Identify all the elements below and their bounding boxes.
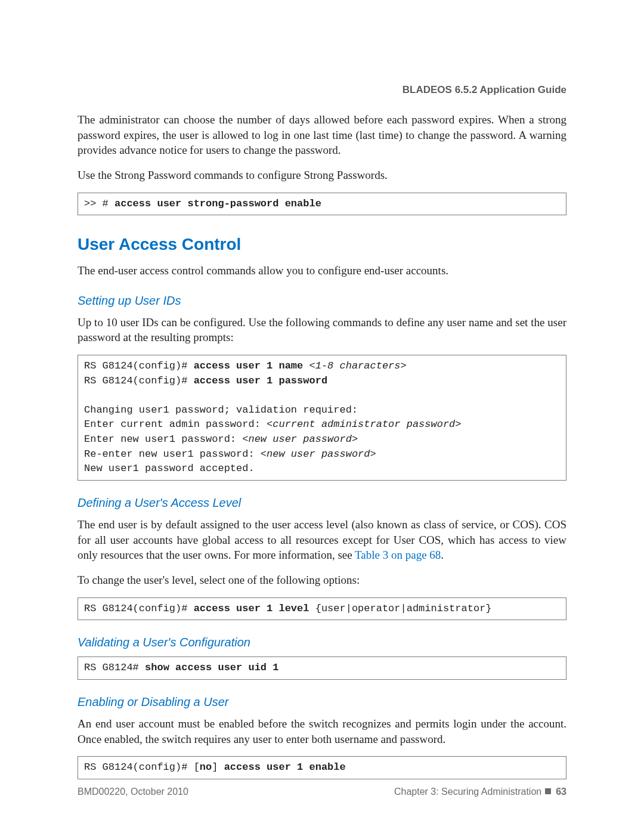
code-options: {user|operator|administrator} (315, 603, 492, 614)
code-no: no (200, 761, 212, 773)
footer-right: Chapter 3: Securing Administration 63 (394, 785, 566, 798)
code-text: RS G8124# (84, 662, 145, 673)
code-text: ] (212, 761, 224, 773)
heading-user-access-control: User Access Control (78, 233, 566, 256)
code-command: access user 1 name (194, 360, 309, 371)
page: BLADEOS 6.5.2 Application Guide The admi… (0, 0, 644, 833)
heading-validating-config: Validating a User's Configuration (78, 634, 566, 651)
code-enable-user: RS G8124(config)# [no] access user 1 ena… (78, 756, 566, 779)
heading-defining-access-level: Defining a User's Access Level (78, 495, 566, 511)
running-header: BLADEOS 6.5.2 Application Guide (402, 83, 566, 97)
code-param: <current administrator password> (267, 419, 461, 430)
paragraph-strong-password-1: The administrator can choose the number … (78, 112, 566, 158)
paragraph-access-level-2: To change the user's level, select one o… (78, 572, 566, 588)
code-text: Enter new user1 password: (84, 433, 242, 445)
code-param: <new user password> (261, 448, 376, 460)
code-command: access user 1 level (194, 603, 315, 614)
paragraph-uac-intro: The end-user access control commands all… (78, 263, 566, 278)
code-access-level: RS G8124(config)# access user 1 level {u… (78, 597, 566, 621)
paragraph-user-ids: Up to 10 user IDs can be configured. Use… (78, 315, 566, 345)
code-prompt: >> # (84, 198, 114, 209)
code-command: show access user uid 1 (145, 662, 278, 673)
paragraph-enable-disable: An end user account must be enabled befo… (78, 716, 566, 747)
footer-doc-id: BMD00220, October 2010 (78, 785, 188, 798)
body-content: The administrator can choose the number … (78, 112, 566, 779)
footer-chapter: Chapter 3: Securing Administration (394, 785, 541, 798)
code-user-ids: RS G8124(config)# access user 1 name <1-… (78, 355, 566, 481)
paragraph-access-level-1: The end user is by default assigned to t… (78, 517, 566, 563)
code-command: access user 1 enable (224, 761, 346, 773)
heading-setting-up-user-ids: Setting up User IDs (78, 293, 566, 309)
paragraph-strong-password-2: Use the Strong Password commands to conf… (78, 168, 566, 183)
code-command: access user strong-password enable (114, 198, 321, 209)
code-param: <new user password> (242, 433, 358, 445)
code-text: Re-enter new user1 password: (84, 448, 261, 460)
code-text: Changing user1 password; validation requ… (84, 404, 358, 416)
link-table-3[interactable]: Table 3 on page 68 (355, 549, 441, 561)
page-footer: BMD00220, October 2010 Chapter 3: Securi… (78, 785, 566, 798)
text: The end user is by default assigned to t… (78, 518, 566, 561)
code-text: RS G8124(config)# [ (84, 761, 200, 773)
page-number: 63 (556, 785, 566, 798)
code-show-access-user: RS G8124# show access user uid 1 (78, 657, 566, 680)
code-text: RS G8124(config)# (84, 360, 194, 371)
code-text: Enter current admin password: (84, 419, 267, 430)
code-command: access user 1 password (194, 375, 327, 386)
code-text: RS G8124(config)# (84, 375, 194, 386)
code-text: New user1 password accepted. (84, 463, 255, 474)
square-icon (545, 788, 551, 794)
code-param: <1-8 characters> (309, 360, 406, 371)
text: . (441, 549, 444, 561)
code-text: RS G8124(config)# (84, 603, 194, 614)
heading-enable-disable-user: Enabling or Disabling a User (78, 694, 566, 710)
code-strong-password-enable: >> # access user strong-password enable (78, 193, 566, 216)
